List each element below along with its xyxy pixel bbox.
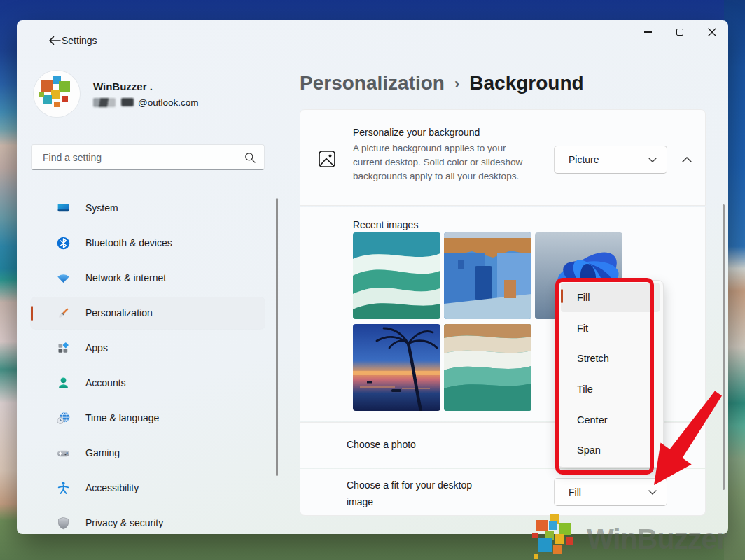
breadcrumb-parent[interactable]: Personalization [300,72,445,94]
recent-images-label: Recent images [353,219,418,230]
fit-option-center[interactable]: Center [561,405,660,435]
sidebar-item-network-internet[interactable]: Network & internet [31,260,265,295]
background-type-value: Picture [569,154,599,165]
fit-dropdown[interactable]: Fill [554,478,667,506]
fit-option-fit[interactable]: Fit [561,314,660,343]
personalization-icon [56,306,71,321]
search-input[interactable] [43,152,244,163]
bluetooth-icon [56,236,71,251]
maximize-icon [676,29,683,36]
setting-title: Personalize your background [353,127,480,138]
network-icon [56,271,71,286]
redacted-email-blur [93,98,116,107]
fit-option-label: Fill [577,292,590,303]
fit-option-label: Fit [577,323,588,334]
profile-email: @outlook.com [93,96,199,108]
back-arrow-icon [48,36,61,46]
recent-image-aerial-waves[interactable] [444,324,531,411]
sidebar-scrollbar[interactable] [276,198,278,476]
background-type-dropdown[interactable]: Picture [554,146,667,174]
minimize-icon [644,31,652,32]
sidebar-item-apps[interactable]: Apps [31,330,265,365]
close-icon [708,28,716,36]
minimize-button[interactable] [632,20,664,44]
gaming-icon [56,446,71,461]
sidebar-item-label: Network & internet [59,272,166,284]
personalize-background-card: Personalize your background A picture ba… [300,109,706,206]
chevron-down-icon [648,158,657,162]
system-icon [56,201,71,216]
redacted-email-blur [121,98,134,106]
window-controls [632,20,728,44]
avatar[interactable] [34,71,80,117]
sidebar-item-label: Personalization [59,307,153,318]
picture-frame-icon [317,149,337,172]
choose-fit-label: Choose a fit for your desktop image [347,477,499,510]
fit-option-stretch[interactable]: Stretch [561,344,660,373]
fit-option-label: Center [577,414,608,426]
apps-icon [56,341,71,356]
sidebar-item-label: Accessibility [59,482,139,493]
sidebar-nav: System Bluetooth & devices [31,190,265,534]
fit-option-label: Stretch [577,353,609,364]
accounts-icon [56,376,71,391]
recent-image-green-dunes[interactable] [353,232,440,319]
back-button[interactable] [46,33,63,48]
chevron-up-icon [682,157,692,162]
sidebar-item-bluetooth-devices[interactable]: Bluetooth & devices [31,225,265,260]
breadcrumb: Personalization › Background [300,72,584,94]
profile-email-domain: @outlook.com [138,97,199,108]
profile-name: WinBuzzer . [93,80,153,92]
sidebar-item-gaming[interactable]: Gaming [31,435,265,470]
selection-indicator [31,306,33,321]
fit-dropdown-value: Fill [569,486,581,498]
sidebar-item-accounts[interactable]: Accounts [31,365,265,400]
recent-image-sunset-palm[interactable] [353,324,440,411]
sidebar-item-system[interactable]: System [31,190,265,225]
window-title: Settings [62,35,97,46]
selection-indicator [561,289,563,303]
chevron-down-icon [648,490,657,495]
sidebar-item-personalization[interactable]: Personalization [31,298,265,329]
page-title: Background [469,72,583,94]
setting-description: A picture background applies to your cur… [353,141,535,183]
choose-photo-label: Choose a photo [347,439,416,450]
sidebar-item-label: Bluetooth & devices [59,237,172,248]
content-scrollbar[interactable] [723,204,725,490]
fit-option-fill[interactable]: Fill [561,283,660,312]
sidebar-item-privacy-security[interactable]: Privacy & security [31,505,265,534]
accessibility-icon [56,481,71,496]
recent-image-blue-street[interactable] [444,232,531,319]
fit-option-span[interactable]: Span [561,435,660,465]
choose-fit-row: Choose a fit for your desktop image Fill [300,469,706,516]
fit-dropdown-menu: Fill Fit Stretch Tile Center Span [557,280,664,468]
time-language-icon [56,411,71,426]
sidebar-item-label: Privacy & security [59,517,163,528]
collapse-section-button[interactable] [677,150,697,169]
search-icon [244,152,256,163]
fit-option-label: Tile [577,384,593,395]
fit-option-label: Span [577,444,601,456]
close-button[interactable] [696,20,728,44]
fit-option-tile[interactable]: Tile [561,374,660,404]
maximize-button[interactable] [664,20,696,44]
sidebar-item-time-language[interactable]: Time & language [31,400,265,435]
privacy-icon [56,516,71,531]
search-box[interactable] [31,144,265,170]
screenshot-root: Settings WinBuzzer [0,0,745,560]
sidebar-item-label: Time & language [59,412,159,424]
breadcrumb-separator-icon: › [454,75,459,93]
sidebar-item-accessibility[interactable]: Accessibility [31,470,265,505]
